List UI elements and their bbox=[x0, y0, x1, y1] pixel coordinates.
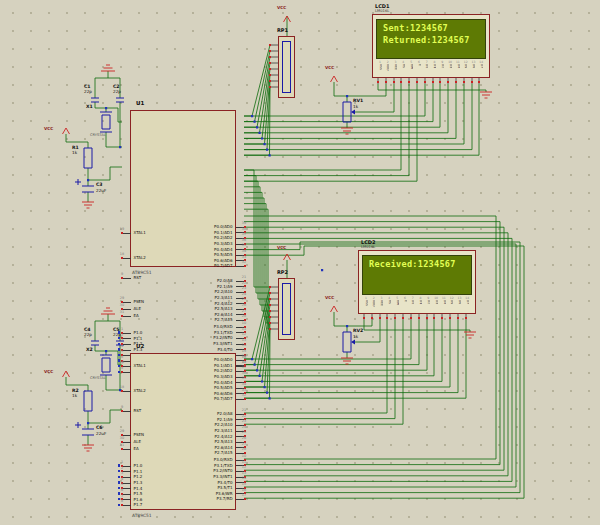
lcd2-part: LM016L bbox=[361, 245, 375, 249]
pin-stub bbox=[236, 266, 244, 267]
lcd1-line1: Sent:1234567 bbox=[383, 22, 485, 34]
u1-port2-pins: 21P2.0/A822P2.1/A923P2.2/A1024P2.3/A1125… bbox=[131, 278, 235, 323]
lcd-pin[interactable]: 8D1 bbox=[431, 60, 439, 71]
vcc-label-rp2: VCC bbox=[277, 246, 286, 250]
u2-ref: U2 bbox=[136, 343, 144, 349]
lcd-pin[interactable]: 2VDD bbox=[384, 60, 392, 71]
u2-mcu-at89c51[interactable]: U2 AT89C51 19XTAL1 18XTAL2 9RST 29PSEN 3… bbox=[130, 353, 236, 510]
pin-stub bbox=[123, 505, 131, 506]
u2-port3-pins: 10P3.0/RXD11P3.1/TXD12P3.2/INT013P3.3/IN… bbox=[131, 457, 235, 502]
rv1-ref: RV1 bbox=[353, 98, 363, 103]
lcd-pin[interactable]: 4RS bbox=[385, 296, 393, 307]
u1-port0-pin[interactable]: 32P0.7/AD7 bbox=[131, 263, 235, 269]
lcd-pin[interactable]: 8D1 bbox=[417, 296, 425, 307]
lcd-pin[interactable]: 10D3 bbox=[446, 60, 454, 71]
vcc-label-rv2: VCC bbox=[325, 296, 334, 300]
lcd-pin[interactable]: 3VEE bbox=[392, 60, 400, 71]
lcd1-pins: 1VSS2VDD3VEE4RS5RW6E7D08D19D210D311D412D… bbox=[376, 60, 485, 71]
rv2-ref: RV2 bbox=[353, 328, 363, 333]
lcd-pin[interactable]: 9D2 bbox=[424, 296, 432, 307]
x1-ref: X1 bbox=[86, 104, 93, 109]
r2-value: 1k bbox=[72, 394, 77, 399]
lcd-pin[interactable]: 9D2 bbox=[438, 60, 446, 71]
u2-port2-pin[interactable]: 28P2.7/A15 bbox=[131, 450, 235, 456]
pin-stub bbox=[123, 278, 131, 279]
c6-ref: C6 bbox=[96, 425, 103, 430]
pin-stub bbox=[123, 258, 131, 259]
lcd-pin[interactable]: 11D4 bbox=[440, 296, 448, 307]
lcd1-module[interactable]: LCD1 LM016L Sent:1234567 Returned:123456… bbox=[372, 14, 490, 78]
lcd-pin[interactable]: 6E bbox=[401, 296, 409, 307]
lcd-pin[interactable]: 7D0 bbox=[423, 60, 431, 71]
lcd-pin[interactable]: 14D7 bbox=[477, 60, 485, 71]
rv2-value: 1k bbox=[353, 335, 358, 340]
lcd2-pins: 1VSS2VDD3VEE4RS5RW6E7D08D19D210D311D412D… bbox=[362, 296, 471, 307]
x1-part: CRYSTAL bbox=[90, 134, 106, 138]
lcd1-screen: Sent:1234567 Returned:1234567 bbox=[376, 19, 486, 59]
lcd2-module[interactable]: LCD2 LM016L Received:1234567 1VSS2VDD3VE… bbox=[358, 250, 476, 314]
rv1-value: 1k bbox=[353, 105, 358, 110]
u1-port2-pin[interactable]: 28P2.7/A15 bbox=[131, 317, 235, 323]
lcd-pin[interactable]: 7D0 bbox=[409, 296, 417, 307]
pin-stub bbox=[123, 411, 131, 412]
u1-mcu-at89c51[interactable]: U1 AT89C51 19XTAL1 18XTAL2 9RST 29PSEN 3… bbox=[130, 110, 236, 267]
u1-port0-pins: 39P0.0/AD038P0.1/AD137P0.2/AD236P0.3/AD3… bbox=[131, 224, 235, 269]
rp1-respack[interactable]: RP1 bbox=[278, 36, 295, 98]
schematic-canvas[interactable]: VCC VCC VCC VCC VCC VCC C1 22p C2 22p X1… bbox=[0, 0, 600, 525]
c2-value: 22p bbox=[113, 90, 121, 95]
u2-port1-pin[interactable]: 8P1.7 bbox=[131, 502, 235, 508]
rp2-ref: RP2 bbox=[277, 269, 288, 275]
lcd-pin[interactable]: 3VEE bbox=[378, 296, 386, 307]
lcd-pin[interactable]: 6E bbox=[415, 60, 423, 71]
x2-part: CRYSTAL bbox=[90, 377, 106, 381]
wire-layer bbox=[0, 0, 600, 525]
pin-stub bbox=[123, 391, 131, 392]
pin-stub bbox=[123, 449, 131, 450]
vcc-label-rv1: VCC bbox=[325, 66, 334, 70]
c3-ref: C3 bbox=[96, 182, 103, 187]
lcd1-line2: Returned:1234567 bbox=[383, 34, 485, 46]
vcc-label-r2: VCC bbox=[44, 370, 53, 374]
lcd-pin[interactable]: 5RW bbox=[407, 60, 415, 71]
c1-value: 22p bbox=[84, 90, 92, 95]
c4-value: 22p bbox=[84, 333, 92, 338]
lcd-pin[interactable]: 2VDD bbox=[370, 296, 378, 307]
c6-value: 22uF bbox=[96, 432, 106, 437]
lcd-pin[interactable]: 12D5 bbox=[448, 296, 456, 307]
u2-port2-pins: 21P2.0/A822P2.1/A923P2.2/A1024P2.3/A1125… bbox=[131, 411, 235, 456]
lcd-pin[interactable]: 4RS bbox=[399, 60, 407, 71]
lcd-pin[interactable]: 1VSS bbox=[376, 60, 384, 71]
vcc-label-r1: VCC bbox=[44, 127, 53, 131]
lcd-pin[interactable]: 13D6 bbox=[470, 60, 478, 71]
vcc-label-rp1: VCC bbox=[277, 6, 286, 10]
pin-stub bbox=[236, 399, 244, 400]
u2-port0-pin[interactable]: 32P0.7/AD7 bbox=[131, 396, 235, 402]
lcd-pin[interactable]: 13D6 bbox=[456, 296, 464, 307]
lcd1-part: LM016L bbox=[375, 9, 389, 13]
u2-part: AT89C51 bbox=[132, 513, 152, 518]
rp2-respack[interactable]: RP2 bbox=[278, 278, 295, 340]
pin-stub bbox=[123, 233, 131, 234]
rp2-resistor-elements bbox=[282, 283, 291, 335]
lcd-pin[interactable]: 14D7 bbox=[463, 296, 471, 307]
lcd-pin[interactable]: 10D3 bbox=[432, 296, 440, 307]
pin-stub bbox=[123, 366, 131, 367]
u1-ref: U1 bbox=[136, 100, 144, 106]
rp1-resistor-elements bbox=[282, 41, 291, 93]
u2-port0-pins: 39P0.0/AD038P0.1/AD137P0.2/AD236P0.3/AD3… bbox=[131, 357, 235, 402]
lcd-pin[interactable]: 12D5 bbox=[462, 60, 470, 71]
rp1-ref: RP1 bbox=[277, 27, 288, 33]
lcd-pin[interactable]: 11D4 bbox=[454, 60, 462, 71]
lcd-pin[interactable]: 1VSS bbox=[362, 296, 370, 307]
x2-ref: X2 bbox=[86, 347, 93, 352]
lcd2-line1: Received:1234567 bbox=[369, 258, 471, 270]
u2-port3-pin[interactable]: 17P3.7/RD bbox=[131, 496, 235, 502]
lcd-pin[interactable]: 5RW bbox=[393, 296, 401, 307]
c3-value: 22uF bbox=[96, 189, 106, 194]
r1-value: 1k bbox=[72, 151, 77, 156]
pin-stub bbox=[236, 499, 244, 500]
pin-stub bbox=[123, 316, 131, 317]
lcd2-screen: Received:1234567 bbox=[362, 255, 472, 295]
